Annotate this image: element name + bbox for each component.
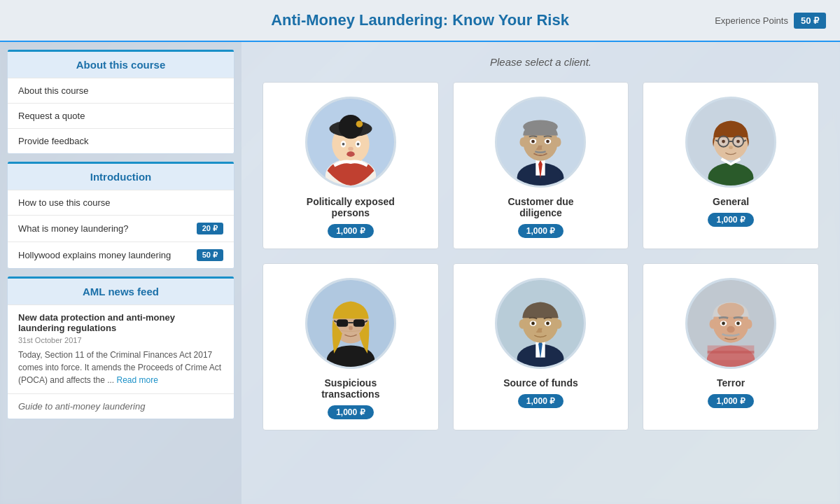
sidebar-section-intro: Introduction How to use this course What… xyxy=(7,161,234,269)
svg-point-26 xyxy=(547,140,550,144)
sidebar: About this course About this course Requ… xyxy=(0,42,241,504)
sidebar-item-hollywood[interactable]: Hollywood explains money laundering 50 ₽ xyxy=(8,241,234,268)
client-points-source: 1,000 ₽ xyxy=(518,394,564,408)
svg-point-13 xyxy=(346,151,354,157)
svg-point-72 xyxy=(722,322,725,326)
svg-rect-43 xyxy=(337,319,348,326)
svg-point-7 xyxy=(356,120,363,127)
avatar-suspicious xyxy=(305,278,396,369)
select-prompt: Please select a client. xyxy=(262,56,819,68)
client-name-source: Source of funds xyxy=(503,377,578,388)
sidebar-section-about: About this course About this course Requ… xyxy=(7,49,234,154)
guide-item[interactable]: Guide to anti-money laundering xyxy=(8,393,234,419)
client-name-terror: Terror xyxy=(717,377,745,388)
svg-point-69 xyxy=(746,319,752,328)
experience-label: Experience Points xyxy=(715,15,788,26)
client-points-general: 1,000 ₽ xyxy=(708,213,753,227)
avatar-pep xyxy=(305,97,396,188)
client-points-terror: 1,000 ₽ xyxy=(708,394,753,408)
intro-section-header: Introduction xyxy=(8,162,234,190)
svg-point-22 xyxy=(555,137,562,146)
svg-point-67 xyxy=(718,302,744,318)
sidebar-item-how-to-use[interactable]: How to use this course xyxy=(8,190,234,215)
svg-point-38 xyxy=(729,146,733,149)
points-badge-50: 50 ₽ xyxy=(197,249,223,261)
client-card-general[interactable]: General 1,000 ₽ xyxy=(643,82,819,249)
client-points-suspicious: 1,000 ₽ xyxy=(328,405,373,419)
client-name-suspicious: Suspicioustransactions xyxy=(321,377,379,400)
client-points-pep: 1,000 ₽ xyxy=(328,224,373,238)
top-bar: Anti-Money Laundering: Know Your Risk Ex… xyxy=(0,0,840,42)
client-card-source[interactable]: Source of funds 1,000 ₽ xyxy=(453,263,629,430)
svg-rect-64 xyxy=(708,351,755,354)
avatar-terror xyxy=(685,278,776,369)
news-date: 31st October 2017 xyxy=(18,336,223,344)
sidebar-item-about-course[interactable]: About this course xyxy=(8,78,234,103)
client-grid: Politically exposedpersons 1,000 ₽ xyxy=(262,82,819,430)
svg-point-56 xyxy=(555,319,562,328)
read-more-link[interactable]: Read more xyxy=(117,375,158,385)
svg-point-60 xyxy=(547,322,550,326)
client-card-terror[interactable]: Terror 1,000 ₽ xyxy=(643,263,819,430)
client-name-pep: Politically exposedpersons xyxy=(307,196,395,218)
svg-point-21 xyxy=(520,137,527,146)
sidebar-item-request-quote[interactable]: Request a quote xyxy=(8,103,234,128)
svg-point-59 xyxy=(532,322,536,326)
sidebar-item-provide-feedback[interactable]: Provide feedback xyxy=(8,128,234,153)
svg-point-37 xyxy=(736,140,740,144)
svg-point-48 xyxy=(349,326,353,330)
client-name-general: General xyxy=(713,196,749,207)
client-name-cdd: Customer duediligence xyxy=(507,196,573,218)
svg-point-73 xyxy=(736,322,740,326)
content-area: Please select a client. xyxy=(241,42,840,504)
svg-point-10 xyxy=(342,143,344,146)
news-text: Today, Section 11 of the Criminal Financ… xyxy=(18,349,223,386)
svg-point-74 xyxy=(727,326,734,333)
news-section-header: AML news feed xyxy=(8,276,234,304)
avatar-source xyxy=(495,278,586,369)
sidebar-item-what-is-ml[interactable]: What is money laundering? 20 ₽ xyxy=(8,215,234,241)
sidebar-section-news: AML news feed New data protection and an… xyxy=(7,276,234,419)
news-title: New data protection and anti-money laund… xyxy=(18,312,223,333)
svg-point-11 xyxy=(356,143,359,146)
points-badge-20: 20 ₽ xyxy=(197,223,223,234)
avatar-cdd xyxy=(495,97,586,188)
svg-point-55 xyxy=(519,319,526,328)
client-points-cdd: 1,000 ₽ xyxy=(518,224,564,238)
page-title: Anti-Money Laundering: Know Your Risk xyxy=(271,11,569,29)
client-card-suspicious[interactable]: Suspicioustransactions 1,000 ₽ xyxy=(262,263,439,430)
svg-point-36 xyxy=(722,140,725,144)
svg-point-68 xyxy=(710,319,717,328)
news-item-1: New data protection and anti-money laund… xyxy=(8,304,234,393)
about-section-header: About this course xyxy=(8,50,234,78)
svg-point-25 xyxy=(532,140,536,144)
avatar-general xyxy=(685,97,776,188)
svg-rect-44 xyxy=(354,319,365,326)
svg-point-12 xyxy=(348,147,354,151)
main-layout: About this course About this course Requ… xyxy=(0,42,840,504)
client-card-pep[interactable]: Politically exposedpersons 1,000 ₽ xyxy=(262,82,439,249)
experience-badge: 50 ₽ xyxy=(794,13,826,29)
client-card-cdd[interactable]: Customer duediligence 1,000 ₽ xyxy=(453,82,629,249)
